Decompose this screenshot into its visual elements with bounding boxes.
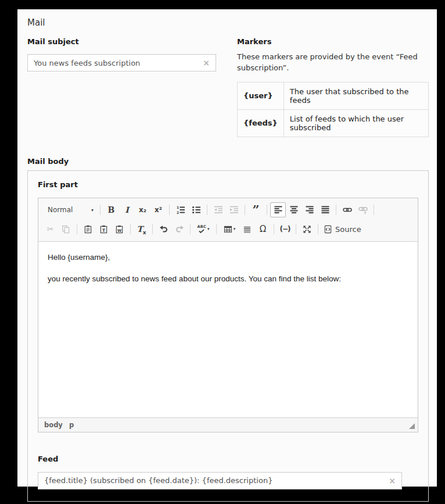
paste-plain-text-icon: T <box>99 225 108 234</box>
toolbar-separator <box>152 224 153 234</box>
bold-button[interactable]: B <box>103 202 119 217</box>
toolbar-row-1: Normal ▾ B I x₂ x² 1 <box>42 201 414 220</box>
align-center-button[interactable] <box>286 202 302 217</box>
chevron-down-icon: ▾ <box>234 227 236 231</box>
marker-description: The user that subscribed to the feeds <box>283 82 428 109</box>
editor-path-bar: body p <box>38 417 418 432</box>
toolbar-separator <box>245 205 245 215</box>
toolbar-separator <box>374 205 374 215</box>
paragraph-format-dropdown[interactable]: Normal ▾ <box>42 202 97 217</box>
paste-button[interactable] <box>80 221 96 237</box>
paste-from-word-button[interactable]: W <box>112 221 127 237</box>
svg-text:W: W <box>117 228 122 233</box>
cut-icon: ✂ <box>47 224 54 234</box>
link-button[interactable] <box>339 202 355 217</box>
copy-button[interactable] <box>58 221 74 237</box>
redo-icon <box>175 224 184 234</box>
svg-text:1: 1 <box>177 205 179 209</box>
resize-handle[interactable] <box>409 423 415 429</box>
paste-from-word-icon: W <box>115 225 124 234</box>
dash-button[interactable]: (−) <box>277 221 293 237</box>
markers-column: Markers These markers are provided by th… <box>237 37 429 137</box>
table-row: {feeds} List of feeds to which the user … <box>238 109 429 137</box>
paste-icon <box>84 225 92 234</box>
source-button[interactable]: Source <box>321 221 364 237</box>
remove-format-button[interactable]: Tx <box>134 221 149 237</box>
superscript-button[interactable]: x² <box>150 202 166 217</box>
blockquote-icon: ” <box>252 202 259 217</box>
paste-plain-text-button[interactable]: T <box>96 221 112 237</box>
outdent-button[interactable] <box>210 202 226 217</box>
toolbar-row-2: ✂ <box>42 220 414 239</box>
toolbar-separator <box>207 205 207 215</box>
element-path-body[interactable]: body <box>44 421 63 429</box>
toolbar-separator <box>216 224 217 234</box>
superscript-icon: x² <box>155 206 162 214</box>
chevron-down-icon: ▾ <box>207 227 210 231</box>
blockquote-button[interactable]: ” <box>248 202 264 217</box>
editor-toolbar: Normal ▾ B I x₂ x² 1 <box>38 198 418 242</box>
mail-body-label: Mail body <box>27 157 429 166</box>
redo-button[interactable] <box>171 221 187 237</box>
outdent-icon <box>214 205 223 215</box>
horizontal-rule-button[interactable] <box>239 221 255 237</box>
special-character-button[interactable]: Ω <box>255 221 271 237</box>
feed-row-input[interactable]: {feed.title} (subscribed on {feed.date})… <box>38 472 402 489</box>
indent-icon <box>229 205 239 215</box>
unlink-button[interactable] <box>355 202 371 217</box>
justify-button[interactable] <box>317 202 333 217</box>
feed-legend: Feed <box>38 455 418 463</box>
rich-text-editor: Normal ▾ B I x₂ x² 1 <box>38 198 418 432</box>
mail-subject-input[interactable]: You news feeds subscription × <box>27 54 216 72</box>
justify-icon <box>321 205 330 215</box>
align-left-icon <box>274 205 283 215</box>
maximize-button[interactable] <box>299 221 315 237</box>
numbered-list-button[interactable]: 1 2 <box>173 202 188 217</box>
align-left-button[interactable] <box>270 202 286 217</box>
bulleted-list-icon <box>192 205 201 215</box>
editor-paragraph: you recently subscribed to news feed abo… <box>48 274 408 284</box>
table-button[interactable]: ▾ <box>220 221 239 237</box>
mail-body-container: First part Normal ▾ B I x₂ x² <box>27 170 429 502</box>
omega-icon: Ω <box>260 224 266 234</box>
toolbar-separator <box>267 205 267 215</box>
marker-description: List of feeds to which the user subscrib… <box>283 109 428 137</box>
toolbar-separator <box>318 224 318 234</box>
toolbar-separator <box>77 224 77 234</box>
page-title: Mail <box>27 17 429 28</box>
spellcheck-button[interactable]: ABC ▾ <box>193 221 213 237</box>
clear-feed-icon[interactable]: × <box>384 477 396 485</box>
table-row: {user} The user that subscribed to the f… <box>238 82 429 109</box>
mail-subject-value: You news feeds subscription <box>34 59 140 67</box>
copy-icon <box>62 225 70 234</box>
align-right-button[interactable] <box>302 202 317 217</box>
toolbar-separator <box>190 224 191 234</box>
svg-text:T: T <box>102 227 106 233</box>
clear-subject-icon[interactable]: × <box>198 59 210 67</box>
table-icon <box>224 225 232 234</box>
svg-text:2: 2 <box>177 210 179 215</box>
bulleted-list-button[interactable] <box>188 202 204 217</box>
source-icon <box>324 225 332 234</box>
subscript-button[interactable]: x₂ <box>135 202 150 217</box>
italic-button[interactable]: I <box>119 202 135 217</box>
marker-token: {feeds} <box>238 109 284 137</box>
toolbar-separator <box>336 205 336 215</box>
markers-table: {user} The user that subscribed to the f… <box>237 82 429 137</box>
dash-in-parens-icon: (−) <box>279 225 290 233</box>
toolbar-separator <box>130 224 131 234</box>
toolbar-separator <box>169 205 170 215</box>
cut-button[interactable]: ✂ <box>42 221 58 237</box>
undo-button[interactable] <box>156 221 171 237</box>
link-icon <box>343 205 352 215</box>
editor-content-area[interactable]: Hello {username}, you recently subscribe… <box>38 242 418 417</box>
toolbar-separator <box>274 224 274 234</box>
page-background: Mail Mail subject You news feeds subscri… <box>0 0 445 504</box>
chevron-down-icon: ▾ <box>91 208 94 213</box>
element-path-p[interactable]: p <box>69 421 74 429</box>
source-button-label: Source <box>335 225 361 234</box>
indent-button[interactable] <box>226 202 242 217</box>
marker-token: {user} <box>238 82 284 109</box>
markers-heading: Markers <box>237 37 429 46</box>
bold-icon: B <box>108 205 115 215</box>
